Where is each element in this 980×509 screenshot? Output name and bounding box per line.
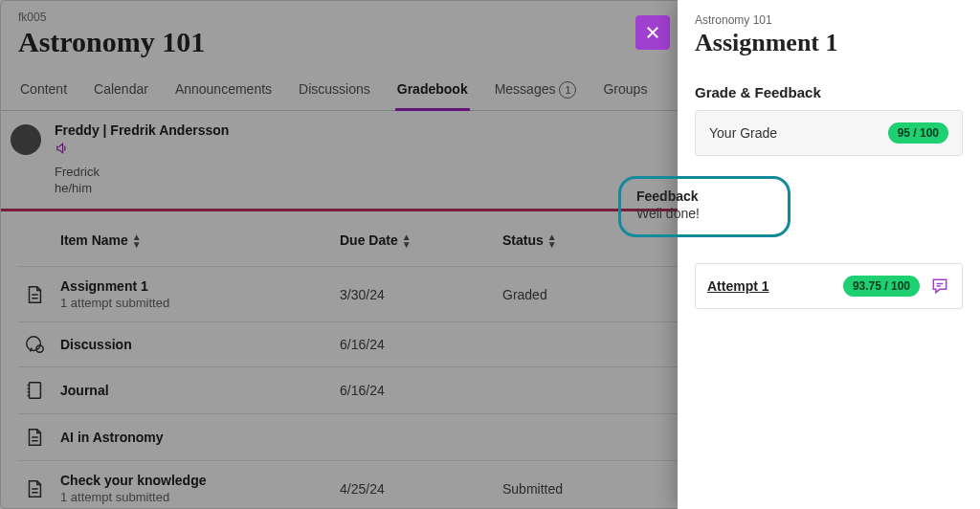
panel-title: Assignment 1 [695,29,963,57]
feedback-text: Well done! [636,206,772,221]
feedback-label: Feedback [636,188,772,204]
close-panel-button[interactable] [635,15,670,50]
feedback-note-icon[interactable] [929,276,950,297]
your-grade-value: 95 / 100 [888,122,948,144]
attempt-row: Attempt 1 93.75 / 100 [695,263,963,309]
grade-detail-panel: Astronomy 101 Assignment 1 Grade & Feedb… [678,0,980,509]
your-grade-label: Your Grade [709,125,777,141]
feedback-highlight-box: Feedback Well done! [618,176,791,237]
grade-feedback-heading: Grade & Feedback [695,84,963,100]
panel-breadcrumb[interactable]: Astronomy 101 [695,0,963,27]
attempt-link[interactable]: Attempt 1 [707,278,834,294]
attempt-grade: 93.75 / 100 [843,276,920,297]
your-grade-box: Your Grade 95 / 100 [695,110,963,156]
